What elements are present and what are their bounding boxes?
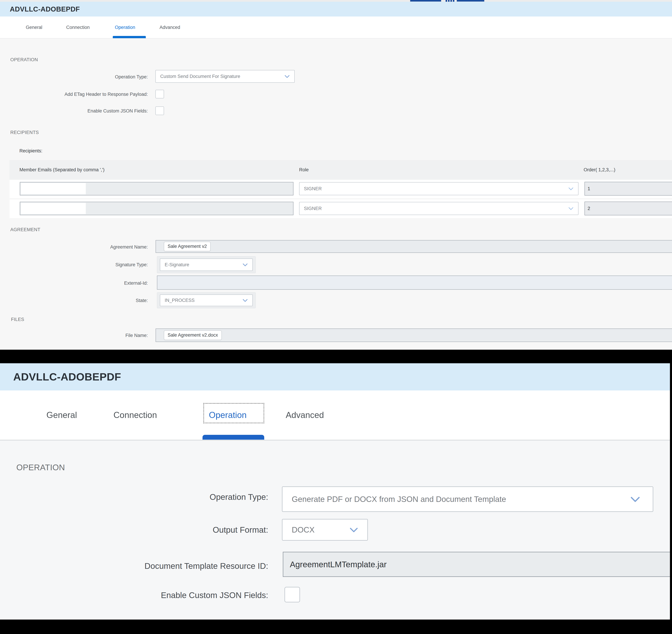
- section-heading-agreement: AGREEMENT: [10, 227, 41, 232]
- etag-checkbox[interactable]: [155, 90, 164, 98]
- section-heading-operation: OPERATION: [10, 57, 38, 63]
- page-title: ADVLLC-ADOBEPDF: [13, 363, 121, 391]
- section-heading-recipients: RECIPIENTS: [10, 130, 39, 135]
- column-header-role: Role: [299, 167, 309, 172]
- enable-custom-json-label: Enable Custom JSON Fields:: [120, 590, 268, 601]
- focus-outline: [203, 403, 264, 423]
- external-id-input[interactable]: [157, 276, 672, 290]
- active-tab-underline: [202, 435, 264, 440]
- agreement-name-token[interactable]: Sale Agreement v2: [164, 242, 211, 251]
- agreement-name-label: Agreement Name:: [69, 244, 148, 250]
- order-input[interactable]: 2: [584, 202, 672, 215]
- enable-custom-json-label: Enable Custom JSON Fields:: [62, 108, 148, 114]
- operation-type-value: Custom Send Document For Signature: [156, 74, 284, 79]
- operation-type-select[interactable]: Custom Send Document For Signature: [155, 70, 295, 83]
- chevron-down-icon: [568, 185, 574, 192]
- role-value: SIGNER: [299, 186, 568, 191]
- role-select[interactable]: SIGNER: [299, 182, 578, 195]
- state-label: State:: [69, 298, 148, 304]
- tab-operation[interactable]: Operation: [115, 17, 135, 38]
- window-header: ADVLLC-ADOBEPDF: [0, 2, 672, 17]
- bottom-screenshot-panel: ADVLLC-ADOBEPDF General Connection Opera…: [0, 363, 670, 619]
- table-row: SIGNER 1: [9, 180, 672, 198]
- section-heading-files: FILES: [11, 317, 24, 322]
- active-tab-underline: [113, 36, 146, 38]
- section-heading-operation: OPERATION: [16, 463, 65, 472]
- output-format-select[interactable]: DOCX: [282, 519, 368, 541]
- agreement-name-field[interactable]: Sale Agreement v2: [155, 240, 672, 253]
- role-value: SIGNER: [299, 206, 568, 211]
- member-emails-input[interactable]: [20, 202, 293, 215]
- top-screenshot-panel: ADVLLC-ADOBEPDF General Connection Opera…: [0, 0, 672, 350]
- column-header-order: Order( 1,2,3,...): [584, 167, 616, 172]
- chevron-down-icon: [348, 524, 359, 536]
- output-format-value: DOCX: [283, 525, 348, 534]
- chevron-down-icon: [568, 205, 574, 212]
- member-emails-input[interactable]: [20, 182, 293, 195]
- chevron-down-icon: [242, 261, 248, 268]
- order-input[interactable]: 1: [584, 182, 672, 195]
- tab-general[interactable]: General: [26, 17, 42, 38]
- enable-custom-json-checkbox[interactable]: [285, 587, 300, 602]
- column-header-member-emails: Member Emails (Separated by comma ','): [19, 167, 104, 172]
- file-name-token[interactable]: Sale Agreement v2.docx: [164, 330, 222, 340]
- recipients-label: Recipients:: [19, 148, 43, 154]
- tab-connection[interactable]: Connection: [114, 391, 157, 440]
- operation-type-select[interactable]: Generate PDF or DOCX from JSON and Docum…: [282, 487, 653, 512]
- output-format-label: Output Format:: [120, 524, 268, 535]
- chevron-down-icon: [242, 297, 248, 304]
- document-template-resource-id-label: Document Template Resource ID:: [76, 561, 268, 571]
- top-edge-strip: [0, 0, 672, 2]
- tab-content: OPERATION Operation Type: Generate PDF o…: [0, 441, 670, 619]
- file-name-label: File Name:: [69, 332, 148, 338]
- enable-custom-json-checkbox[interactable]: [155, 107, 164, 115]
- tab-advanced[interactable]: Advanced: [160, 17, 180, 38]
- signature-type-select[interactable]: E-Signature: [160, 259, 253, 271]
- external-id-label: External-Id:: [69, 280, 148, 286]
- document-template-resource-id-value: AgreementLMTemplate.jar: [283, 560, 387, 569]
- redaction-overlay: [21, 183, 86, 194]
- cropped-logo-icon: [457, 0, 484, 2]
- state-select[interactable]: IN_PROCESS: [160, 295, 253, 306]
- signature-type-value: E-Signature: [160, 262, 242, 267]
- tab-bar: General Connection Operation Advanced: [0, 17, 672, 39]
- tab-general[interactable]: General: [46, 391, 77, 440]
- chevron-down-icon: [284, 73, 290, 80]
- file-name-field[interactable]: Sale Agreement v2.docx: [155, 329, 672, 342]
- etag-header-label: Add ETag Header to Response Payload:: [27, 91, 148, 97]
- page-title: ADVLLC-ADOBEPDF: [10, 2, 80, 17]
- operation-type-label: Operation Type:: [120, 492, 268, 502]
- cropped-logo-icon: [410, 0, 441, 2]
- recipients-table-header: Member Emails (Separated by comma ',') R…: [9, 161, 672, 180]
- role-select[interactable]: SIGNER: [299, 202, 578, 215]
- background: { "colors": { "accent": "#0a6ed1", "head…: [0, 0, 672, 634]
- state-value: IN_PROCESS: [160, 298, 242, 303]
- tab-bar: General Connection Operation Advanced: [0, 391, 670, 440]
- operation-type-value: Generate PDF or DOCX from JSON and Docum…: [283, 494, 629, 504]
- document-template-resource-id-input[interactable]: AgreementLMTemplate.jar: [283, 552, 670, 577]
- operation-type-label: Operation Type:: [69, 74, 148, 80]
- table-row: SIGNER 2: [9, 199, 672, 218]
- tab-connection[interactable]: Connection: [66, 17, 90, 38]
- signature-type-label: Signature Type:: [69, 262, 148, 268]
- window-header: ADVLLC-ADOBEPDF: [0, 363, 670, 391]
- redaction-overlay: [21, 203, 86, 214]
- tab-advanced[interactable]: Advanced: [286, 391, 324, 440]
- chevron-down-icon: [629, 493, 642, 506]
